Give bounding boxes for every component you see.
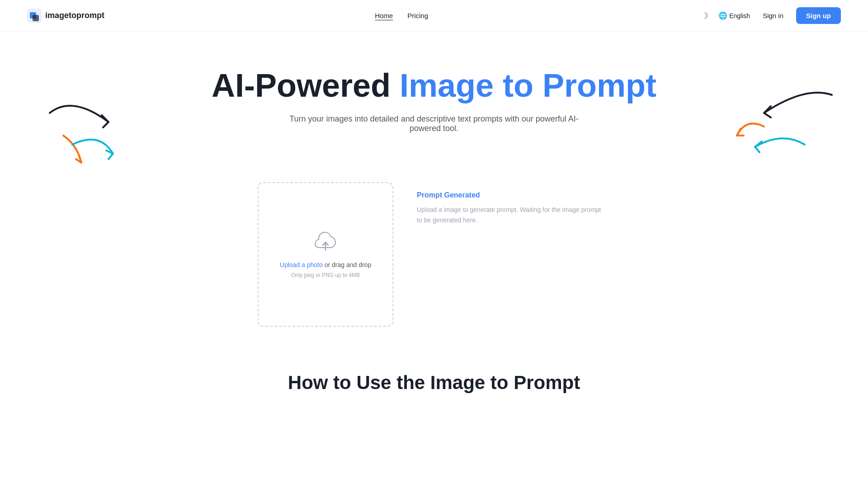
prompt-generated-body: Upload a image to generate prompt. Waiti…	[417, 205, 601, 225]
svg-rect-2	[33, 15, 39, 21]
navbar: imagetoprompt Home Pricing ☽ 🌐 English S…	[0, 0, 868, 32]
decorative-arrows-right	[728, 77, 841, 167]
theme-toggle-button[interactable]: ☽	[698, 8, 711, 23]
upload-text: Upload a photo or drag and drop	[280, 261, 371, 268]
upload-hint: Only jpeg or PNG up to 4MB	[291, 272, 360, 278]
nav-links: Home Pricing	[375, 12, 428, 19]
how-to-section: How to Use the Image to Prompt	[0, 354, 868, 412]
signup-button[interactable]: Sign up	[796, 7, 841, 24]
logo-icon	[27, 9, 42, 23]
nav-home[interactable]: Home	[375, 12, 393, 19]
navbar-actions: ☽ 🌐 English Sign in Sign up	[698, 7, 841, 24]
hero-subtitle: Turn your images into detailed and descr…	[280, 114, 588, 133]
hero-title-blue: Image to Prompt	[400, 67, 656, 103]
upload-drag-text: or drag and drop	[323, 261, 371, 268]
upload-dropzone[interactable]: Upload a photo or drag and drop Only jpe…	[258, 182, 393, 327]
decorative-arrows-left	[36, 86, 127, 176]
language-button[interactable]: 🌐 English	[718, 11, 750, 20]
cloud-upload-icon	[313, 230, 338, 256]
main-content: Upload a photo or drag and drop Only jpe…	[231, 182, 637, 354]
upload-link[interactable]: Upload a photo	[280, 261, 323, 268]
moon-icon: ☽	[701, 11, 708, 21]
language-label: English	[729, 12, 750, 19]
hero-title-black: AI-Powered	[212, 67, 400, 103]
logo-text: imagetoprompt	[45, 11, 104, 20]
how-to-title: How to Use the Image to Prompt	[27, 372, 841, 394]
prompt-output-panel: Prompt Generated Upload a image to gener…	[408, 182, 610, 234]
hero-section: AI-Powered Image to Prompt Turn your ima…	[0, 32, 868, 182]
globe-icon: 🌐	[718, 11, 727, 20]
logo-link[interactable]: imagetoprompt	[27, 9, 104, 23]
prompt-generated-title: Prompt Generated	[417, 191, 601, 199]
hero-title: AI-Powered Image to Prompt	[27, 68, 841, 103]
nav-pricing[interactable]: Pricing	[407, 12, 428, 19]
signin-button[interactable]: Sign in	[757, 8, 789, 23]
